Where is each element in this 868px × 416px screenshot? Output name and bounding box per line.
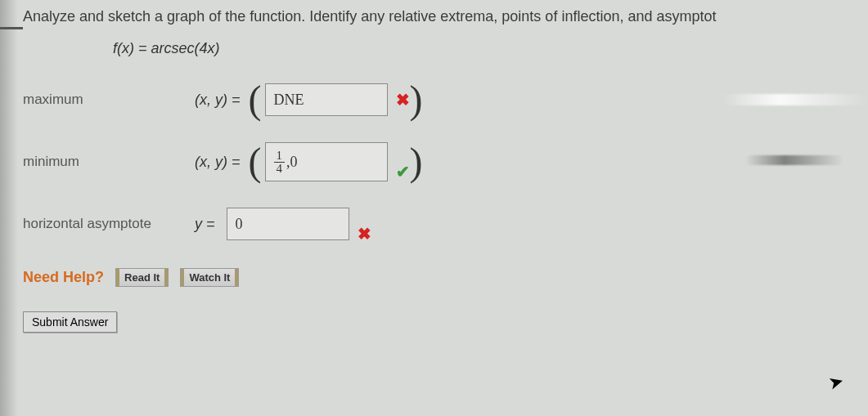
rparen-minimum: ) [410,148,423,176]
label-asymptote: horizontal asymptote [23,216,195,232]
read-it-button[interactable]: Read It [115,268,169,287]
check-icon: ✔ [396,162,410,181]
input-maximum[interactable]: DNE [265,83,388,116]
row-asymptote: horizontal asymptote y = 0 ✖ [23,204,845,244]
glare [721,94,868,105]
fraction-num: 1 [274,150,286,163]
divider-line [0,27,23,29]
function-formula: f(x) = arcsec(4x) [113,40,845,57]
fraction-minimum: 1 4 [274,150,286,175]
value-asymptote: 0 [236,216,243,233]
input-asymptote[interactable]: 0 [227,208,349,240]
question-text: Analyze and sketch a graph of the functi… [23,8,845,25]
glare-dark [745,155,843,165]
submit-answer-button[interactable]: Submit Answer [23,311,117,333]
watch-it-button[interactable]: Watch It [180,268,239,287]
wrong-icon: ✖ [396,90,410,110]
value-maximum: DNE [274,92,304,109]
input-minimum[interactable]: 1 4 ,0 [265,142,388,181]
label-minimum: minimum [23,154,195,170]
after-frac: ,0 [286,154,298,171]
prefix-asymptote: y = [195,216,215,233]
help-row: Need Help? Read It Watch It [23,268,845,287]
rparen-maximum: ) [410,86,423,114]
prefix-minimum: (x, y) = [195,154,241,171]
row-minimum: minimum (x, y) = ( 1 4 ,0 ✔ ) [23,142,845,181]
lparen-minimum: ( [249,148,262,176]
need-help-label: Need Help? [23,269,104,286]
left-shadow [0,0,18,416]
prefix-maximum: (x, y) = [195,92,241,109]
fraction-den: 4 [274,163,286,175]
lparen-maximum: ( [249,86,262,114]
content-area: Analyze and sketch a graph of the functi… [0,0,868,341]
label-maximum: maximum [23,92,195,108]
cursor-icon: ➤ [826,370,846,395]
wrong-icon: ✖ [358,224,371,244]
